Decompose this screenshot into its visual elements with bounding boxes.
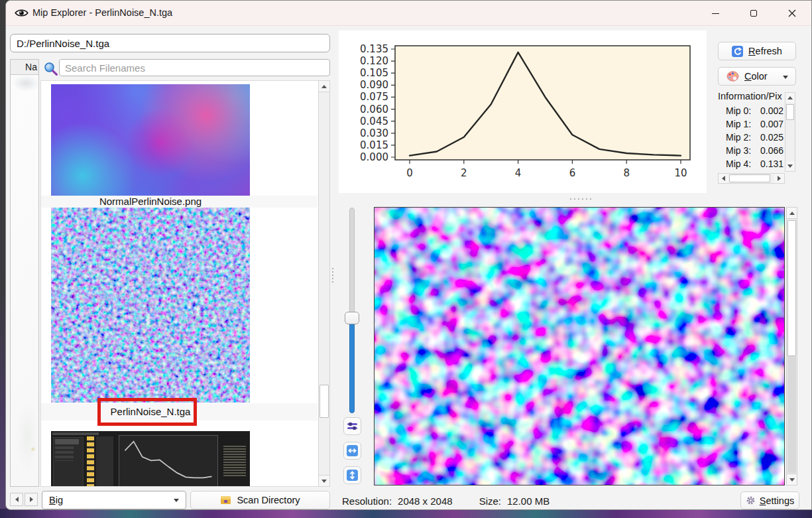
- mip-row[interactable]: Mip 4:0.131: [718, 157, 785, 170]
- size-label: Size:: [479, 495, 501, 507]
- scroll-right-button[interactable]: [774, 174, 784, 183]
- mip-row[interactable]: Mip 0:0.002: [718, 104, 785, 117]
- svg-text:10: 10: [674, 167, 687, 179]
- titlebar: Mip Explorer - PerlinNoise_N.tga: [6, 1, 811, 26]
- triangle-up-icon: [787, 96, 793, 99]
- chevron-down-icon: [174, 499, 179, 502]
- mip-slider-track[interactable]: [349, 208, 355, 318]
- window-title: Mip Explorer - PerlinNoise_N.tga: [32, 7, 172, 18]
- vertical-splitter-handle[interactable]: [331, 268, 335, 285]
- minimize-icon: [712, 13, 719, 14]
- size-combo-value: Big: [49, 495, 63, 505]
- settings-button[interactable]: Settings: [740, 491, 799, 509]
- scan-directory-label: Scan Directory: [237, 495, 300, 505]
- svg-text:0.060: 0.060: [360, 103, 388, 115]
- scroll-down-button[interactable]: [319, 475, 329, 486]
- scrollbar-thumb[interactable]: [786, 104, 794, 120]
- fit-height-button[interactable]: [343, 466, 361, 484]
- svg-text:2: 2: [461, 167, 467, 179]
- scroll-left-button[interactable]: [719, 174, 728, 183]
- mip-slider-handle[interactable]: [345, 312, 359, 324]
- horizontal-arrows-icon: [347, 445, 358, 456]
- status-bar: Resolution: 2048 x 2048 Size: 12.00 MB: [342, 495, 550, 507]
- fit-width-button[interactable]: [343, 442, 361, 460]
- maximize-icon: [750, 10, 757, 17]
- refresh-label: Refresh: [748, 46, 782, 56]
- mini-folder-icons: [87, 436, 94, 487]
- svg-text:0.015: 0.015: [360, 139, 388, 151]
- mip-row[interactable]: Mip 3:0.066: [718, 144, 785, 157]
- scroll-up-button[interactable]: [787, 208, 797, 219]
- triangle-down-icon: [789, 478, 795, 482]
- thumbnail-list-scrollbar: [318, 80, 330, 487]
- mip-slider-fill[interactable]: [349, 318, 355, 413]
- thumbnail-image-perlinnoise-n[interactable]: [51, 208, 250, 403]
- scroll-right-button[interactable]: [25, 493, 38, 506]
- name-column-header[interactable]: Na: [11, 60, 38, 75]
- resolution-label: Resolution:: [342, 495, 392, 507]
- svg-text:6: 6: [569, 167, 576, 179]
- app-window: Mip Explorer - PerlinNoise_N.tga Na: [5, 0, 812, 510]
- mini-thumb-strip: [96, 436, 113, 487]
- mini-chart: [119, 435, 218, 487]
- file-path-input[interactable]: [10, 34, 330, 52]
- palette-icon: [726, 71, 739, 82]
- eye-icon: [15, 8, 29, 21]
- color-dropdown-button[interactable]: Color: [718, 67, 796, 86]
- close-button[interactable]: [773, 1, 811, 26]
- window-controls: [696, 1, 811, 26]
- info-horizontal-scrollbar: [718, 173, 785, 184]
- mip-histogram-chart: 0.0000.0150.0300.0450.0600.0750.0900.105…: [339, 31, 707, 193]
- viewer-vertical-scrollbar: [786, 207, 797, 486]
- scrollbar-thumb[interactable]: [319, 385, 329, 418]
- scroll-down-button[interactable]: [787, 474, 797, 485]
- size-value: 12.00 MB: [507, 495, 550, 507]
- tree-horizontal-scrollbar: [10, 491, 39, 507]
- scroll-down-button[interactable]: [785, 161, 795, 171]
- triangle-down-icon: [787, 164, 793, 168]
- scrollbar-track[interactable]: [787, 356, 796, 473]
- thumbnail-image-normalperlinnoise[interactable]: [51, 84, 250, 196]
- svg-text:0.000: 0.000: [360, 151, 388, 163]
- scan-directory-button[interactable]: Scan Directory: [190, 491, 330, 509]
- color-label: Color: [744, 71, 768, 82]
- refresh-icon: [732, 46, 743, 57]
- settings-label: Settings: [760, 495, 794, 506]
- thumbnail-label-selected[interactable]: PerlinNoise_N.tga: [51, 406, 250, 417]
- scroll-up-button[interactable]: [319, 81, 329, 92]
- horizontal-splitter-handle[interactable]: [567, 197, 594, 201]
- mip-chart-svg: 0.0000.0150.0300.0450.0600.0750.0900.105…: [339, 31, 707, 193]
- mip-row[interactable]: Mip 2:0.025: [718, 131, 785, 144]
- thumbnail-size-combobox[interactable]: Big: [42, 491, 186, 509]
- chevron-down-icon: [783, 76, 788, 79]
- mini-file-list: [53, 437, 84, 487]
- file-tree-body[interactable]: [11, 75, 38, 486]
- close-icon: [788, 9, 796, 17]
- info-list-header[interactable]: Information/Pix: [718, 91, 784, 104]
- mini-titlebar: [52, 432, 99, 435]
- gear-icon: [746, 495, 756, 505]
- card-box-icon: [220, 495, 231, 505]
- minimize-button[interactable]: [696, 1, 734, 26]
- search-input[interactable]: [59, 59, 330, 76]
- maximize-button[interactable]: [734, 1, 773, 26]
- mip-row[interactable]: Mip 1:0.007: [718, 117, 785, 131]
- mip-adjust-button[interactable]: [343, 417, 361, 435]
- scrollbar-thumb[interactable]: [729, 174, 770, 182]
- svg-text:0: 0: [406, 167, 413, 179]
- thumbnail-image-dark-screenshot[interactable]: [51, 431, 250, 487]
- vertical-arrows-icon: [347, 470, 358, 481]
- scrollbar-thumb[interactable]: [787, 220, 796, 356]
- mip-image-viewer[interactable]: [374, 207, 785, 486]
- scroll-up-button[interactable]: [785, 93, 795, 103]
- svg-text:8: 8: [623, 167, 630, 179]
- triangle-down-icon: [321, 480, 327, 483]
- scroll-left-button[interactable]: [10, 493, 23, 506]
- refresh-button[interactable]: Refresh: [718, 42, 796, 60]
- purple-sliders-icon: [347, 421, 358, 431]
- thumbnail-label[interactable]: NormalPerlinNoise.png: [51, 196, 250, 207]
- desktop-wallpaper: [0, 509, 812, 518]
- triangle-right-icon: [778, 176, 781, 181]
- mini-mip-text: [223, 446, 246, 476]
- file-tree-panel: Na: [10, 59, 39, 487]
